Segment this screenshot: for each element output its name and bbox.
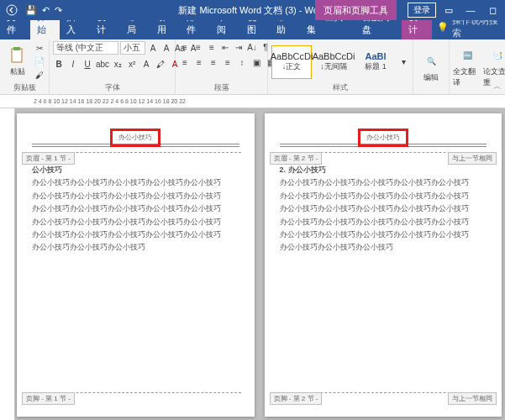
group-paragraph-label: 段落 xyxy=(179,82,264,94)
style-preview: AaBbCcDi xyxy=(313,51,355,61)
footer-section-tag: 页脚 - 第 2 节 - xyxy=(270,392,323,405)
ribbon: 粘贴 ✂ 📄 🖌 剪贴板 等线 (中文正 小五 A A Aa A B I U xyxy=(0,39,505,95)
numbering-icon[interactable]: ≡ xyxy=(192,41,204,53)
page-body: 2. 办公小技巧 办公小技巧办公小技巧办公小技巧办公小技巧办公小技巧 办公小技巧… xyxy=(280,164,487,254)
qat: 💾 ↶ ↷ xyxy=(25,5,62,16)
group-clipboard-label: 剪贴板 xyxy=(3,82,45,94)
style-preview: AaBl xyxy=(365,51,386,61)
redo-icon[interactable]: ↷ xyxy=(55,5,62,16)
header-text[interactable]: 办公小技巧 xyxy=(366,133,400,142)
find-icon: 🔍 xyxy=(422,52,440,71)
body-line: 办公小技巧办公小技巧办公小技巧 xyxy=(32,241,239,253)
shrink-font-icon[interactable]: A xyxy=(160,42,172,54)
style-no-spacing[interactable]: AaBbCcDi ↓无间隔 xyxy=(313,45,354,79)
copy-icon[interactable]: 📄 xyxy=(34,56,45,68)
translate-icon: 🔤 xyxy=(458,46,476,65)
group-clipboard: 粘贴 ✂ 📄 🖌 剪贴板 xyxy=(0,39,50,94)
body-line: 办公小技巧办公小技巧办公小技巧办公小技巧办公小技巧 xyxy=(280,216,487,228)
page-1[interactable]: 办公小技巧 页眉 - 第 1 节 - 公小技巧 办公小技巧办公小技巧办公小技巧办… xyxy=(17,113,255,417)
collapse-ribbon-icon[interactable]: ︿ xyxy=(493,81,502,92)
page-body: 公小技巧 办公小技巧办公小技巧办公小技巧办公小技巧办公小技巧 办公小技巧办公小技… xyxy=(32,164,239,254)
body-line: 办公小技巧办公小技巧办公小技巧办公小技巧办公小技巧 xyxy=(32,228,239,240)
check-icon: 📑 xyxy=(488,46,505,65)
style-name: 标题 1 xyxy=(365,61,387,72)
back-icon[interactable] xyxy=(3,2,20,18)
body-line: 办公小技巧办公小技巧办公小技巧办公小技巧办公小技巧 xyxy=(280,228,487,240)
style-heading1[interactable]: AaBl 标题 1 xyxy=(355,45,396,79)
paste-button[interactable]: 粘贴 xyxy=(3,46,32,77)
highlight-icon[interactable]: 🖍 xyxy=(155,58,166,70)
indent-dec-icon[interactable]: ⇤ xyxy=(219,41,231,53)
editing-label: 编辑 xyxy=(423,72,439,83)
login-button[interactable]: 登录 xyxy=(408,3,436,18)
align-left-icon[interactable]: ≡ xyxy=(179,56,191,68)
same-as-previous-tag: 与上一节相同 xyxy=(448,152,497,165)
style-name: ↓无间隔 xyxy=(320,61,347,72)
editing-button[interactable]: 🔍 编辑 xyxy=(417,52,445,83)
underline-button[interactable]: U xyxy=(82,58,93,70)
group-paragraph: ≡ ≡ ≡ ⇤ ⇥ A↓ ¶ ≡ ≡ ≡ ≡ ↕ ▣ ▦ 段落 xyxy=(176,39,268,94)
styles-more-icon[interactable]: ▾ xyxy=(397,56,409,68)
body-line: 办公小技巧办公小技巧办公小技巧办公小技巧办公小技巧 xyxy=(280,176,487,188)
group-font-label: 字体 xyxy=(53,82,171,94)
context-tool-label: 页眉和页脚工具 xyxy=(315,0,397,20)
header-section-tag: 页眉 - 第 1 节 - xyxy=(22,152,75,165)
strike-button[interactable]: abc xyxy=(96,58,109,70)
body-line: 办公小技巧办公小技巧办公小技巧办公小技巧办公小技巧 xyxy=(32,176,239,188)
ribbon-options-icon[interactable]: ▭ xyxy=(439,5,458,16)
save-icon[interactable]: 💾 xyxy=(25,5,37,16)
style-normal[interactable]: AaBbCcDi ↓正文 xyxy=(271,45,312,79)
group-font: 等线 (中文正 小五 A A Aa A B I U abc x₂ x² A 🖍 … xyxy=(50,39,176,94)
ribbon-tabs: 文件 开始 插入 设计 布局 引用 邮件 审阅 视图 帮助 PDF工具集 百度网… xyxy=(0,20,505,39)
svg-rect-2 xyxy=(13,47,20,50)
horizontal-ruler[interactable]: 2 4 6 8 10 12 14 16 18 20 22 2 4 6 8 10 … xyxy=(0,95,505,108)
undo-icon[interactable]: ↶ xyxy=(42,5,50,16)
font-size-select[interactable]: 小五 xyxy=(120,41,145,55)
title-bar: 💾 ↶ ↷ 新建 Microsoft Word 文档 (3) - Word 页眉… xyxy=(0,0,505,20)
doc-title: 公小技巧 xyxy=(32,164,239,176)
subscript-button[interactable]: x₂ xyxy=(112,58,124,70)
header-text[interactable]: 办公小技巧 xyxy=(118,133,152,142)
align-right-icon[interactable]: ≡ xyxy=(208,56,219,68)
group-editing: 🔍 编辑 xyxy=(413,39,450,94)
body-line: 办公小技巧办公小技巧办公小技巧办公小技巧办公小技巧 xyxy=(32,202,239,214)
window-title: 新建 Microsoft Word 文档 (3) - Word xyxy=(178,4,326,17)
body-line: 办公小技巧办公小技巧办公小技巧办公小技巧办公小技巧 xyxy=(32,216,239,228)
multilevel-icon[interactable]: ≡ xyxy=(206,41,218,53)
text-effects-icon[interactable]: A xyxy=(140,58,152,70)
vertical-ruler[interactable] xyxy=(0,108,15,420)
paste-label: 粘贴 xyxy=(10,66,25,77)
cut-icon[interactable]: ✂ xyxy=(34,43,45,55)
italic-button[interactable]: I xyxy=(67,58,79,70)
superscript-button[interactable]: x² xyxy=(126,58,138,70)
page-2[interactable]: 办公小技巧 页眉 - 第 2 节 - 与上一节相同 2. 办公小技巧 办公小技巧… xyxy=(265,113,502,417)
format-painter-icon[interactable]: 🖌 xyxy=(34,70,45,81)
indent-inc-icon[interactable]: ⇥ xyxy=(233,41,245,53)
font-name-select[interactable]: 等线 (中文正 xyxy=(53,41,118,55)
line-spacing-icon[interactable]: ↕ xyxy=(236,56,248,68)
svg-rect-1 xyxy=(12,49,22,62)
header-rule xyxy=(32,144,239,147)
minimize-icon[interactable]: — xyxy=(461,5,480,15)
bullets-icon[interactable]: ≡ xyxy=(179,41,191,53)
grow-font-icon[interactable]: A xyxy=(147,42,159,54)
header-section-tag: 页眉 - 第 2 节 - xyxy=(270,152,323,165)
align-center-icon[interactable]: ≡ xyxy=(193,56,205,68)
body-line: 办公小技巧办公小技巧办公小技巧办公小技巧办公小技巧 xyxy=(280,190,487,202)
group-styles: AaBbCcDi ↓正文 AaBbCcDi ↓无间隔 AaBl 标题 1 ▾ 样… xyxy=(268,39,413,94)
translate-button[interactable]: 🔤全文翻译 xyxy=(453,46,481,88)
doc-title: 2. 办公小技巧 xyxy=(280,164,487,176)
style-name: ↓正文 xyxy=(282,61,302,72)
paste-icon xyxy=(8,46,27,65)
bold-button[interactable]: B xyxy=(53,58,65,70)
lightbulb-icon: 💡 xyxy=(437,22,449,33)
body-line: 办公小技巧办公小技巧办公小技巧 xyxy=(280,241,487,253)
sort-icon[interactable]: A↓ xyxy=(246,41,258,53)
align-justify-icon[interactable]: ≡ xyxy=(222,56,234,68)
same-as-previous-tag: 与上一节相同 xyxy=(448,392,497,405)
maximize-icon[interactable]: ◻ xyxy=(483,5,502,16)
body-line: 办公小技巧办公小技巧办公小技巧办公小技巧办公小技巧 xyxy=(280,202,487,214)
shading-icon[interactable]: ▣ xyxy=(250,56,262,68)
group-styles-label: 样式 xyxy=(271,82,409,94)
body-line: 办公小技巧办公小技巧办公小技巧办公小技巧办公小技巧 xyxy=(32,190,239,202)
